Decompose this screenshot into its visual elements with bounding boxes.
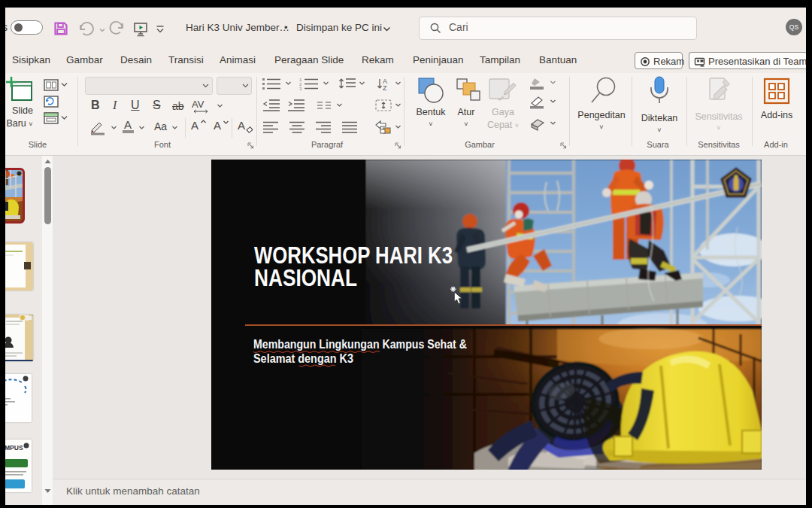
svg-text:AV: AV [192,99,205,110]
svg-text:3: 3 [299,87,302,91]
svg-text:NASIONAL: NASIONAL [254,265,357,291]
svg-text:Z: Z [383,84,387,91]
svg-text:Membangun Lingkungan Kampus Se: Membangun Lingkungan Kampus Sehat & [253,338,467,351]
svg-text:MPUS: MPUS [5,444,23,452]
svg-text:Selamat dengan K3: Selamat dengan K3 [253,352,353,365]
